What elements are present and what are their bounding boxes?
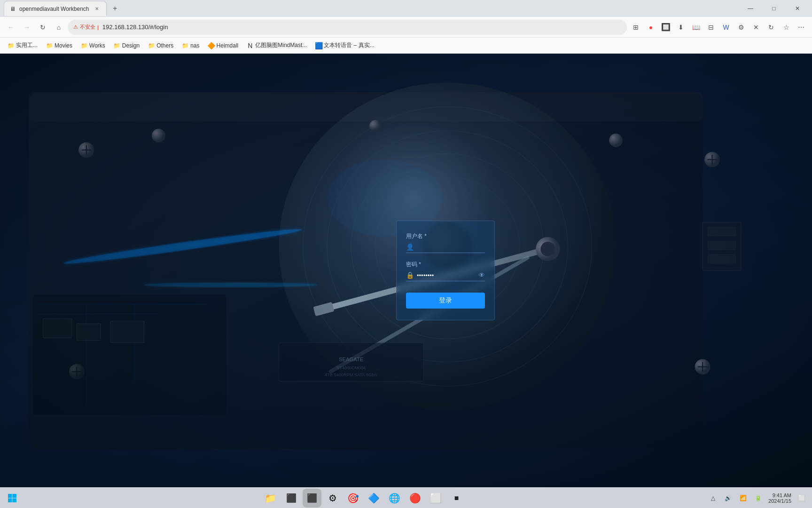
refresh-page-icon[interactable]: ↻ [764, 20, 778, 34]
separator: | [97, 24, 99, 30]
maximize-button[interactable]: □ [763, 1, 785, 16]
system-clock[interactable]: 9:41 AM 2024/1/15 [766, 492, 793, 504]
svg-rect-55 [8, 498, 12, 502]
start-button[interactable] [4, 490, 21, 507]
taskbar: 📁 ⬛ ⬛ ⚙ 🎯 🔷 🌐 🔴 ⬜ ■ △ 🔊 📶 [0, 487, 812, 508]
clock-time: 9:41 AM [768, 492, 791, 498]
password-input[interactable] [417, 272, 476, 279]
heimdall-icon: 🔶 [208, 42, 215, 49]
taskbar-security-app[interactable]: 🔴 [406, 489, 425, 508]
extensions-icon[interactable]: ⊞ [629, 20, 643, 34]
taskbar-app4[interactable]: ⬜ [427, 489, 445, 508]
minimize-button[interactable]: — [740, 1, 761, 16]
taskbar-terminal2[interactable]: ■ [447, 489, 466, 508]
split-screen-icon[interactable]: ⊟ [704, 20, 718, 34]
password-toggle-icon[interactable]: 👁 [478, 271, 485, 279]
more-icon[interactable]: ⋯ [794, 20, 808, 34]
address-input-field[interactable]: ⚠ 不安全 | 192.168.128.130/#/login [68, 20, 627, 35]
title-bar: 🖥 openmediavault Workbench ✕ + — □ ✕ [0, 0, 812, 17]
username-input-wrapper: 👤 [406, 243, 485, 253]
edge-icon: 🌐 [389, 492, 400, 504]
password-input-wrapper: 🔒 👁 [406, 271, 485, 281]
security-app-icon: 🔴 [409, 492, 421, 504]
taskbar-pinned-apps: 📁 ⬛ ⬛ ⚙ 🎯 🔷 🌐 🔴 ⬜ ■ [21, 489, 706, 508]
folder-icon: 📁 [46, 42, 53, 49]
close-icon[interactable]: ✕ [749, 20, 763, 34]
login-button[interactable]: 登录 [406, 293, 485, 309]
login-form: 用户名 * 👤 密码 * 🔒 👁 登录 [396, 221, 495, 320]
downloads-icon[interactable]: ⬇ [674, 20, 688, 34]
folder-icon: 📁 [182, 42, 188, 49]
hdd-background: SEAGATE ST4000DM004 4TB 5400RPM SATA 6Gb… [0, 54, 812, 487]
windows-logo-icon [8, 493, 17, 503]
tray-battery-icon[interactable]: 🔋 [751, 492, 765, 505]
active-tab[interactable]: 🖥 openmediavault Workbench ✕ [4, 1, 107, 16]
bookmarks-bar: 📁 实用工... 📁 Movies 📁 Works 📁 Design 📁 Oth… [0, 38, 812, 54]
toolbar-icons: ⊞ ● 🔲 ⬇ 📖 ⊟ W ⚙ ✕ ↻ ☆ ⋯ [629, 20, 808, 34]
lock-icon: 🔒 [406, 271, 414, 279]
clock-date: 2024/1/15 [768, 498, 791, 504]
forward-button[interactable]: → [20, 20, 34, 34]
bookmark-design[interactable]: 📁 Design [110, 40, 143, 51]
bookmark-nas[interactable]: 📁 nas [178, 40, 203, 51]
favorites-icon[interactable]: ☆ [779, 20, 793, 34]
app1-icon: 🎯 [347, 492, 359, 504]
extensions-btn[interactable]: 🔲 [659, 20, 673, 34]
profile-icon[interactable]: ● [644, 20, 658, 34]
app2-icon: 🔷 [368, 492, 380, 504]
window-controls: — □ ✕ [740, 1, 808, 16]
taskbar-app1[interactable]: 🎯 [344, 489, 363, 508]
show-desktop-button[interactable]: ⬜ [795, 492, 808, 505]
user-icon: 👤 [406, 243, 414, 251]
back-button[interactable]: ← [4, 20, 18, 34]
taskbar-terminal[interactable]: ⬛ [303, 489, 321, 508]
folder-icon: 📁 [148, 42, 155, 49]
tab-title: openmediavault Workbench [19, 6, 89, 12]
bookmark-works[interactable]: 📁 Works [77, 40, 109, 51]
terminal-icon: ⬛ [307, 493, 317, 503]
refresh-button[interactable]: ↻ [36, 20, 50, 34]
svg-rect-53 [8, 494, 12, 498]
folder-icon: 📁 [8, 42, 14, 49]
bookmark-movies[interactable]: 📁 Movies [42, 40, 76, 51]
bookmark-work[interactable]: 📁 实用工... [4, 40, 41, 51]
app4-icon: ⬜ [430, 492, 442, 504]
username-label: 用户名 * [406, 232, 485, 240]
username-input[interactable] [417, 244, 485, 251]
close-button[interactable]: ✕ [787, 1, 808, 16]
folder-icon: 📁 [114, 42, 120, 49]
tray-network-icon[interactable]: 📶 [736, 492, 750, 505]
taskbar-file-explorer[interactable]: 📁 [261, 489, 280, 508]
word-icon[interactable]: W [719, 20, 733, 34]
svg-rect-56 [13, 498, 17, 502]
file-explorer-icon: 📁 [265, 492, 276, 504]
bookmark-mindmaster[interactable]: N 亿图脑图MindMast... [243, 40, 311, 51]
address-bar: ← → ↻ ⌂ ⚠ 不安全 | 192.168.128.130/#/login … [0, 17, 812, 38]
terminal2-icon: ■ [454, 494, 459, 502]
tab-close-button[interactable]: ✕ [93, 5, 101, 13]
tab-favicon: 🖥 [10, 6, 16, 12]
new-tab-button[interactable]: + [109, 2, 122, 15]
tray-volume-icon[interactable]: 🔊 [721, 492, 734, 505]
text-convert-icon: 🟦 [315, 42, 322, 49]
warning-icon: ⚠ [73, 24, 78, 30]
security-badge: ⚠ 不安全 | [73, 24, 99, 31]
settings-icon[interactable]: ⚙ [734, 20, 748, 34]
taskbar-edge[interactable]: 🌐 [385, 489, 404, 508]
main-content: SEAGATE ST4000DM004 4TB 5400RPM SATA 6Gb… [0, 54, 812, 487]
svg-rect-54 [13, 494, 17, 498]
bookmark-heimdall[interactable]: 🔶 Heimdall [204, 40, 242, 51]
tray-up-arrow[interactable]: △ [706, 492, 719, 505]
widgets-icon: ⬛ [286, 493, 297, 503]
taskbar-widgets[interactable]: ⬛ [282, 489, 301, 508]
system-tray: △ 🔊 📶 🔋 9:41 AM 2024/1/15 ⬜ [706, 492, 808, 505]
browser-chrome: 🖥 openmediavault Workbench ✕ + — □ ✕ ← →… [0, 0, 812, 54]
bookmark-text-convert[interactable]: 🟦 文本转语音 – 真实... [312, 40, 378, 51]
bookmark-others[interactable]: 📁 Others [144, 40, 177, 51]
taskbar-app2[interactable]: 🔷 [365, 489, 383, 508]
folder-icon: 📁 [81, 42, 87, 49]
taskbar-settings[interactable]: ⚙ [323, 489, 342, 508]
home-button[interactable]: ⌂ [52, 20, 66, 34]
settings-gear-icon: ⚙ [328, 492, 337, 504]
reading-mode-icon[interactable]: 📖 [689, 20, 703, 34]
